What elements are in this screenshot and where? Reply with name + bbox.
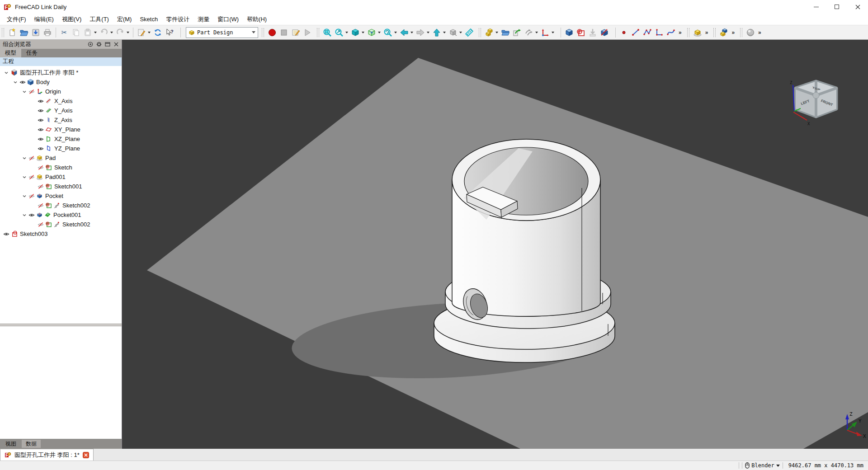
tree-item-yz-plane[interactable]: YZ_Plane: [0, 144, 122, 153]
sketch-polyline-button[interactable]: [642, 27, 653, 38]
tree-item-y-axis[interactable]: Y_Axis: [0, 106, 122, 115]
macro-edit-button[interactable]: [290, 27, 302, 38]
appearance-overflow-button[interactable]: »: [756, 29, 763, 36]
tree-item-sketch001[interactable]: Sketch001: [0, 182, 122, 191]
appearance-button[interactable]: [745, 27, 756, 38]
macro-play-button[interactable]: [302, 27, 313, 38]
close-button[interactable]: [847, 0, 868, 14]
tab-model[interactable]: 模型: [0, 49, 21, 57]
expander-icon[interactable]: [21, 212, 28, 219]
edit-mode-button[interactable]: [136, 27, 147, 38]
float-panel-icon[interactable]: [105, 42, 110, 47]
create-part-button[interactable]: [483, 27, 495, 38]
tab-data-properties[interactable]: 数据: [22, 440, 41, 448]
3d-viewport[interactable]: TOP LEFT FRONT Z X Z Y X: [122, 40, 868, 449]
standard-views-dropdown[interactable]: [362, 32, 364, 33]
redo-dropdown[interactable]: [127, 32, 129, 33]
tab-view-properties[interactable]: 视图: [1, 440, 20, 448]
expander-icon[interactable]: [21, 174, 28, 181]
navigation-style-selector[interactable]: Blender: [745, 462, 780, 469]
menu-view[interactable]: 视图(V): [58, 14, 85, 25]
view-forward-dropdown[interactable]: [427, 32, 429, 33]
tab-close-icon[interactable]: [83, 452, 89, 458]
standard-views-button[interactable]: [349, 27, 361, 38]
tree-item-xz-plane[interactable]: XZ_Plane: [0, 134, 122, 144]
tree-item-origin[interactable]: Origin: [0, 87, 122, 96]
redo-button[interactable]: [114, 27, 126, 38]
toolbar-grip[interactable]: [740, 28, 742, 37]
edit-mode-dropdown[interactable]: [148, 32, 151, 33]
view-back-button[interactable]: [398, 27, 410, 38]
view-box-button[interactable]: [447, 27, 459, 38]
tree-item-sketch[interactable]: Sketch: [0, 163, 122, 172]
draw-style-dropdown[interactable]: [378, 32, 381, 33]
open-file-button[interactable]: [18, 27, 30, 38]
tree-item-pocket001[interactable]: Pocket001: [0, 210, 122, 220]
toolbar-grip[interactable]: [713, 28, 716, 37]
tab-tasks[interactable]: 任务: [21, 49, 42, 57]
menu-help[interactable]: 帮助(H): [243, 14, 271, 25]
macro-record-button[interactable]: [266, 27, 278, 38]
create-sketch-button[interactable]: [575, 27, 587, 38]
tree-item-body[interactable]: Body: [0, 77, 122, 87]
pad-overflow-button[interactable]: »: [703, 29, 710, 36]
paste-dropdown[interactable]: [94, 32, 97, 33]
draw-style-button[interactable]: [366, 27, 377, 38]
sketch-line-button[interactable]: [630, 27, 642, 38]
menu-edit[interactable]: 编辑(E): [30, 14, 58, 25]
whats-this-button[interactable]: ?: [164, 27, 175, 38]
expander-icon[interactable]: [3, 69, 10, 76]
tree-item-xy-plane[interactable]: XY_Plane: [0, 125, 122, 134]
zoom-dropdown[interactable]: [345, 32, 348, 33]
close-panel-icon[interactable]: [113, 42, 119, 47]
edit-sketch-button[interactable]: [587, 27, 599, 38]
pad-button[interactable]: [692, 27, 703, 38]
sketcher-overflow-button[interactable]: »: [677, 29, 684, 36]
toolbar-grip[interactable]: [317, 28, 319, 37]
menu-tools[interactable]: 工具(T): [85, 14, 113, 25]
fit-all-button[interactable]: [321, 27, 333, 38]
sketch-point-button[interactable]: [618, 27, 630, 38]
tree-header-application[interactable]: 工程: [0, 57, 122, 66]
view-up-dropdown[interactable]: [443, 32, 446, 33]
menu-macro[interactable]: 宏(M): [113, 14, 136, 25]
overlay-icon[interactable]: [88, 42, 93, 47]
property-editor[interactable]: [0, 326, 122, 439]
expander-icon[interactable]: [21, 193, 28, 200]
tree-item-sketch002b[interactable]: Sketch002: [0, 220, 122, 229]
viewport-canvas[interactable]: TOP LEFT FRONT Z X Z Y X: [122, 40, 868, 449]
maximize-button[interactable]: [826, 0, 847, 14]
sketch-external-geometry-button[interactable]: [653, 27, 665, 38]
paste-button[interactable]: [82, 27, 94, 38]
menu-sketch[interactable]: Sketch: [136, 14, 162, 24]
tree-item-pocket[interactable]: Pocket: [0, 191, 122, 201]
toolbar-grip[interactable]: [262, 28, 264, 37]
make-link-button[interactable]: [511, 27, 523, 38]
undo-button[interactable]: [98, 27, 110, 38]
toolbar-grip[interactable]: [2, 28, 4, 37]
save-button[interactable]: [30, 27, 42, 38]
create-datum-dropdown[interactable]: [552, 32, 554, 33]
macro-stop-button[interactable]: [278, 27, 290, 38]
tree-item-sketch002[interactable]: Sketch002: [0, 201, 122, 210]
create-datum-button[interactable]: [539, 27, 551, 38]
tree-item-document[interactable]: 圆型开孔工作井 李阳 *: [0, 68, 122, 77]
expander-icon[interactable]: [21, 155, 28, 162]
panel-settings-gear-icon[interactable]: [96, 42, 102, 47]
menu-windows[interactable]: 窗口(W): [213, 14, 243, 25]
menu-file[interactable]: 文件(F): [3, 14, 30, 25]
nav-cube-corner-ball[interactable]: [813, 92, 819, 99]
tree-item-sketch003[interactable]: Sketch003: [0, 229, 122, 239]
view-forward-button[interactable]: [415, 27, 426, 38]
copy-button[interactable]: [70, 27, 82, 38]
expander-icon[interactable]: [12, 79, 19, 86]
menu-measure[interactable]: 测量: [193, 14, 213, 25]
refresh-button[interactable]: [152, 27, 164, 38]
measure-button[interactable]: [463, 27, 475, 38]
menu-partdesign[interactable]: 零件设计: [162, 14, 193, 25]
rotate-view-button[interactable]: [382, 27, 394, 38]
validate-sketch-button[interactable]: [599, 27, 610, 38]
link-actions-button[interactable]: [523, 27, 535, 38]
link-actions-dropdown[interactable]: [535, 32, 538, 33]
workbench-selector[interactable]: Part Design: [186, 27, 258, 38]
